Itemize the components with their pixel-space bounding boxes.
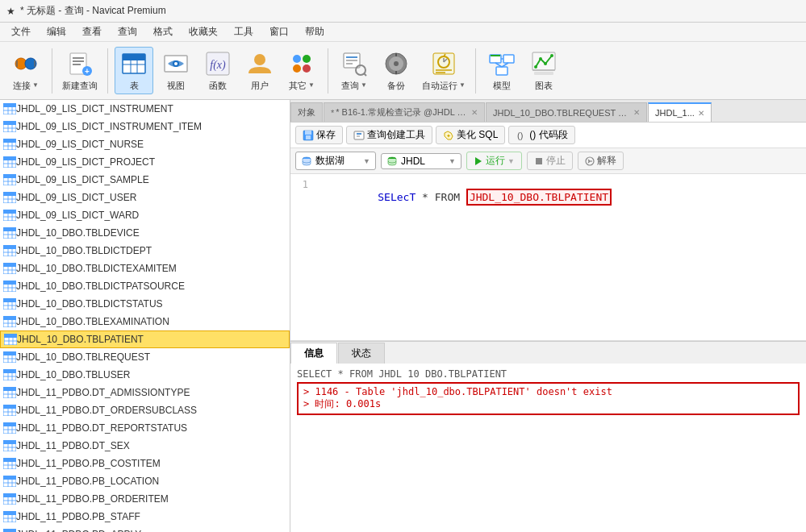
sidebar: JHDL_09_LIS_DICT_INSTRUMENT JHDL_09_LIS_… <box>0 100 290 532</box>
schema-icon <box>386 156 398 167</box>
toolbar-autorun[interactable]: 自动运行 ▼ <box>419 48 469 94</box>
menu-format[interactable]: 格式 <box>145 23 181 40</box>
svg-point-33 <box>394 61 399 66</box>
svg-rect-123 <box>4 334 17 338</box>
svg-rect-103 <box>3 263 16 267</box>
toolbar-user[interactable]: 用户 <box>240 48 279 94</box>
explain-icon <box>585 156 595 166</box>
tab-status[interactable]: 状态 <box>338 343 385 364</box>
sidebar-label-1: JHDL_09_LIS_DICT_INSTRUMENT_ITEM <box>16 121 202 132</box>
svg-rect-113 <box>3 298 16 302</box>
svg-rect-58 <box>3 103 16 107</box>
toolbar-model[interactable]: 模型 <box>482 48 521 94</box>
toolbar-new-query[interactable]: + 新建查询 <box>59 48 101 94</box>
sidebar-item-12[interactable]: JHDL_10_DBO.TBLEXAMINATION <box>0 313 290 330</box>
sidebar-label-5: JHDL_09_LIS_DICT_USER <box>16 192 136 203</box>
sql-table-name: JHDL_10_DBO.TBLPATIENT <box>466 189 612 206</box>
menu-tools[interactable]: 工具 <box>226 23 261 40</box>
toolbar-chart[interactable]: 图表 <box>524 48 563 94</box>
beautify-button[interactable]: ✦ 美化 SQL <box>436 126 505 144</box>
svg-rect-56 <box>534 72 553 75</box>
menu-help[interactable]: 帮助 <box>297 23 332 40</box>
new-query-icon: + <box>65 49 94 78</box>
sidebar-item-5[interactable]: JHDL_09_LIS_DICT_USER <box>0 189 290 206</box>
sidebar-item-13[interactable]: JHDL_10_DBO.TBLPATIENT <box>0 330 290 348</box>
sidebar-label-2: JHDL_09_LIS_DICT_NURSE <box>16 139 144 150</box>
sidebar-item-11[interactable]: JHDL_10_DBO.TBLDICTSTATUS <box>0 295 290 313</box>
sql-editor[interactable]: 1 SELecT * FROM JHDL_10_DBO.TBLPATIENT <box>290 174 806 341</box>
tab-jhdl[interactable]: JHDL_1... ✕ <box>648 102 712 122</box>
sidebar-item-18[interactable]: JHDL_11_PDBO.DT_REPORTSTATUS <box>0 419 290 437</box>
sidebar-item-4[interactable]: JHDL_09_LIS_DICT_SAMPLE <box>0 171 290 189</box>
tab-request[interactable]: JHDL_10_DBO.TBLREQUEST @JHDL ... ✕ <box>486 102 647 122</box>
tab-b16-close[interactable]: ✕ <box>471 108 478 117</box>
sidebar-label-12: JHDL_10_DBO.TBLEXAMINATION <box>16 316 169 327</box>
tab-info[interactable]: 信息 <box>290 343 337 364</box>
sidebar-item-0[interactable]: JHDL_09_LIS_DICT_INSTRUMENT <box>0 100 290 118</box>
sidebar-item-23[interactable]: JHDL_11_PDBO.PB_STAFF <box>0 508 290 526</box>
sidebar-item-1[interactable]: JHDL_09_LIS_DICT_INSTRUMENT_ITEM <box>0 118 290 135</box>
sidebar-item-10[interactable]: JHDL_10_DBO.TBLDICTPATSOURCE <box>0 277 290 295</box>
menu-query[interactable]: 查询 <box>110 23 145 40</box>
sidebar-item-7[interactable]: JHDL_10_DBO.TBLDEVICE <box>0 224 290 242</box>
save-button[interactable]: 保存 <box>295 126 343 144</box>
sidebar-item-2[interactable]: JHDL_09_LIS_DICT_NURSE <box>0 135 290 153</box>
stop-button[interactable]: 停止 <box>527 152 573 170</box>
menu-window[interactable]: 窗口 <box>261 23 297 40</box>
sidebar-item-20[interactable]: JHDL_11_PDBO.PB_COSTITEM <box>0 455 290 472</box>
table-icon-18 <box>3 422 16 434</box>
code-block-button[interactable]: () () 代码段 <box>508 126 574 144</box>
result-area: SELECT * FROM JHDL 10 DBO.TBLPATIENT > 1… <box>290 364 806 533</box>
table-icon-22 <box>3 493 16 505</box>
sidebar-item-14[interactable]: JHDL_10_DBO.TBLREQUEST <box>0 348 290 366</box>
sidebar-item-22[interactable]: JHDL_11_PDBO.PB_ORDERITEM <box>0 490 290 508</box>
sidebar-item-24[interactable]: JHDL_11_PDBO.PD_APPLY <box>0 526 290 532</box>
menu-file[interactable]: 文件 <box>3 23 39 40</box>
user-icon <box>245 49 274 78</box>
svg-rect-194 <box>306 135 311 139</box>
svg-point-53 <box>544 62 547 65</box>
toolbar-view[interactable]: 视图 <box>157 48 195 94</box>
toolbar-other[interactable]: 其它 ▼ <box>282 48 321 94</box>
sidebar-item-19[interactable]: JHDL_11_PDBO.DT_SEX <box>0 437 290 455</box>
sidebar-item-21[interactable]: JHDL_11_PDBO.PB_LOCATION <box>0 472 290 490</box>
sidebar-item-8[interactable]: JHDL_10_DBO.TBLDICTDEPT <box>0 242 290 260</box>
tab-b16-label: * B16-1.常规检查记录 @JHDL (数据湖... <box>336 106 468 118</box>
sidebar-item-3[interactable]: JHDL_09_LIS_DICT_PROJECT <box>0 153 290 171</box>
table-icon-19 <box>3 440 16 451</box>
toolbar-backup[interactable]: 备份 <box>377 48 416 94</box>
tab-b16[interactable]: * * B16-1.常规检查记录 @JHDL (数据湖... ✕ <box>324 102 485 122</box>
menu-edit[interactable]: 编辑 <box>39 23 74 40</box>
menu-view[interactable]: 查看 <box>74 23 110 40</box>
table-icon-12 <box>3 316 16 327</box>
create-tool-button[interactable]: 查询创建工具 <box>346 126 432 144</box>
sidebar-item-16[interactable]: JHDL_11_PDBO.DT_ADMISSIONTYPE <box>0 384 290 401</box>
toolbar-table[interactable]: 表 <box>115 47 153 94</box>
toolbar-query[interactable]: 查询 ▼ <box>335 48 374 94</box>
db-icon <box>301 156 312 167</box>
tab-objects[interactable]: 对象 <box>290 102 323 122</box>
toolbar-connect[interactable]: 连接 ▼ <box>6 48 45 94</box>
run-button[interactable]: 运行 ▼ <box>466 152 522 170</box>
tab-jhdl-label: JHDL_1... <box>655 108 695 118</box>
tab-request-close[interactable]: ✕ <box>633 108 640 117</box>
sidebar-item-9[interactable]: JHDL_10_DBO.TBLDICTEXAMITEM <box>0 260 290 277</box>
other-arrow: ▼ <box>308 81 315 89</box>
svg-rect-45 <box>496 67 507 75</box>
table-icon-24 <box>3 529 16 532</box>
sidebar-item-15[interactable]: JHDL_10_DBO.TBLUSER <box>0 366 290 384</box>
sidebar-label-16: JHDL_11_PDBO.DT_ADMISSIONTYPE <box>16 387 190 398</box>
error-time: > 时间: 0.001s <box>303 397 381 411</box>
db-dropdown[interactable]: 数据湖 ▼ <box>295 152 376 170</box>
menu-favorites[interactable]: 收藏夹 <box>181 23 226 40</box>
svg-rect-108 <box>3 281 16 285</box>
explain-button[interactable]: 解释 <box>578 152 624 170</box>
error-box: > 1146 - Table 'jhdl_10_dbo.TBLPATIENT' … <box>297 382 800 415</box>
tab-jhdl-close[interactable]: ✕ <box>698 109 704 118</box>
sidebar-item-17[interactable]: JHDL_11_PDBO.DT_ORDERSUBCLASS <box>0 401 290 419</box>
toolbar-function[interactable]: f(x) 函数 <box>198 48 237 94</box>
db-label: 数据湖 <box>315 154 345 168</box>
sidebar-item-6[interactable]: JHDL_09_LIS_DICT_WARD <box>0 206 290 224</box>
sidebar-label-13: JHDL_10_DBO.TBLPATIENT <box>17 334 144 345</box>
schema-dropdown[interactable]: JHDL ▼ <box>381 153 461 169</box>
